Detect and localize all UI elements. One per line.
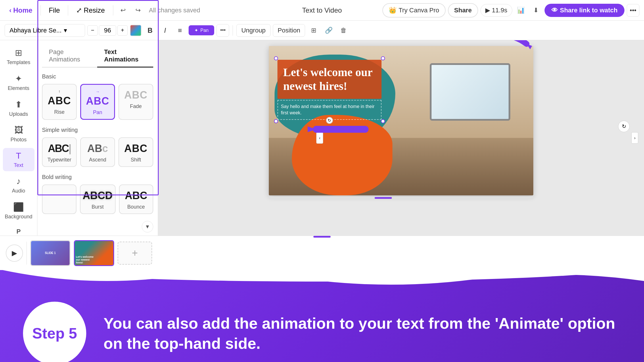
animation-pan[interactable]: → ABC Pan [80, 84, 115, 120]
animation-burst[interactable]: ABCD Burst [80, 184, 116, 214]
thumb-2-bg: Let's welcomeour newesthires! [75, 241, 113, 265]
play-icon-large: ▶ [12, 249, 17, 257]
italic-button[interactable]: I [159, 24, 171, 37]
pattern-button[interactable]: ⊞ [307, 24, 320, 37]
text-selection-container[interactable]: Let's welcome our newest hires! Say hell… [276, 59, 383, 121]
sidebar-item-elements[interactable]: ✦ Elements [3, 71, 34, 94]
thumb-1-bg: SLIDE 1 [31, 241, 70, 265]
ungroup-button[interactable]: Ungroup [236, 24, 270, 37]
format-more-button[interactable]: ••• [216, 24, 229, 37]
share-link-button[interactable]: 👁 Share link to watch [545, 4, 625, 17]
scroll-thumb [375, 197, 392, 199]
share-button[interactable]: Share [448, 3, 478, 18]
bold-writing-title: Bold writing [42, 174, 153, 180]
play-button[interactable]: ▶ [6, 244, 23, 262]
simple-writing-title: Simple writing [42, 127, 153, 133]
main-headline: Let's welcome our newest hires! [283, 66, 376, 93]
download-button[interactable]: ⬇ [530, 4, 542, 17]
more-options-button[interactable]: ••• [627, 4, 639, 17]
pexels-icon: P [16, 228, 21, 235]
slide-thumb-1[interactable]: SLIDE 1 [30, 240, 70, 266]
resize-button[interactable]: ⤢ Resize [72, 4, 109, 17]
animation-typewriter[interactable]: ABC| Typewriter [42, 137, 77, 167]
align-button[interactable]: ≡ [174, 24, 186, 37]
animation-bounce[interactable]: ABC Bounce [119, 184, 154, 214]
sidebar-item-audio[interactable]: ♪ Audio [3, 174, 34, 197]
chevron-down-icon: ▾ [64, 27, 67, 34]
ascend-label: Ascend [89, 157, 106, 163]
fade-abc: ABC [124, 89, 147, 101]
shift-abc: ABC [124, 143, 147, 155]
simple-writing-grid: ABC| Typewriter ABc Ascend ABC Shift [42, 137, 153, 167]
text-color-swatch[interactable] [130, 25, 141, 36]
pan-abc: ABC [83, 95, 112, 107]
saved-status: All changes saved [149, 7, 380, 14]
home-button[interactable]: ‹ Home [5, 4, 37, 17]
basic-section-title: Basic [42, 73, 153, 80]
tab-text-animations[interactable]: Text Animations [97, 45, 153, 68]
top-toolbar: ‹ Home File ⤢ Resize ↩ ↪ All changes sav… [0, 0, 644, 21]
animation-tabs: Page Animations Text Animations [42, 45, 153, 68]
divider [68, 5, 68, 16]
animation-shift[interactable]: ABC Shift [118, 137, 153, 167]
tutorial-text: You can also add the animation to your t… [103, 313, 621, 353]
increase-font-button[interactable]: + [117, 25, 128, 36]
sidebar-item-templates[interactable]: ⊞ Templates [3, 45, 34, 68]
time-button[interactable]: ▶ 11.9s [480, 4, 512, 17]
thumb-2-text: Let's welcomeour newesthires! [76, 255, 93, 264]
animation-fade[interactable]: ABC Fade [118, 84, 153, 120]
sidebar-item-uploads[interactable]: ⬆ Uploads [3, 97, 34, 120]
handle-tr [381, 56, 385, 60]
decrease-font-button[interactable]: − [87, 25, 98, 36]
bounce-label: Bounce [127, 204, 145, 210]
uploads-icon: ⬆ [15, 99, 22, 109]
tab-page-animations[interactable]: Page Animations [42, 45, 97, 68]
text-icon: T [16, 151, 21, 161]
animation-burst-placeholder[interactable] [42, 184, 76, 214]
divider [113, 5, 113, 16]
font-selector[interactable]: Abhaya Libre Se... ▾ [5, 24, 85, 37]
link-button[interactable]: 🔗 [322, 24, 335, 37]
typewriter-label: Typewriter [47, 157, 71, 163]
main-text-box[interactable]: Let's welcome our newest hires! [277, 60, 382, 99]
handle-bl [274, 119, 278, 123]
arrow-left-decoration [308, 115, 371, 145]
scroll-track[interactable] [269, 197, 533, 199]
sidebar-item-text[interactable]: T Text [3, 148, 34, 171]
wave-decoration [0, 270, 644, 287]
animate-button[interactable]: ✦ Pan [189, 25, 214, 35]
delete-button[interactable]: 🗑 [337, 24, 350, 37]
templates-icon: ⊞ [15, 48, 22, 58]
expand-right-button[interactable]: › [631, 132, 638, 144]
try-canva-button[interactable]: 👑 Try Canva Pro [382, 3, 446, 18]
rise-abc: ABC [45, 95, 74, 107]
redo-button[interactable]: ↪ [132, 4, 144, 17]
bold-writing-grid: ABCD Burst ABC Bounce [42, 184, 153, 214]
file-button[interactable]: File [44, 4, 65, 17]
sidebar-item-background[interactable]: ⬛ Background [3, 199, 34, 223]
shift-label: Shift [131, 157, 141, 163]
refresh-button[interactable]: ↻ [618, 121, 630, 132]
undo-button[interactable]: ↩ [117, 4, 129, 17]
divider [26, 242, 27, 265]
step-label: Step 5 [32, 325, 77, 342]
animation-rise[interactable]: ↑ ABC Rise [42, 84, 77, 120]
animate-icon: ✦ [194, 28, 198, 33]
slide-thumb-2[interactable]: Let's welcomeour newesthires! [74, 240, 114, 266]
animation-panel: Page Animations Text Animations Basic ↑ … [37, 40, 158, 236]
sidebar-item-photos[interactable]: 🖼 Photos [3, 122, 34, 146]
thumb-1-content: SLIDE 1 [44, 250, 57, 256]
font-size-value[interactable]: 96 [99, 25, 116, 36]
handle-br [381, 119, 385, 123]
bold-button[interactable]: B [144, 24, 156, 37]
scroll-down-button[interactable]: ▼ [142, 221, 153, 232]
bounce-abc: ABC [125, 190, 147, 202]
divider [233, 25, 233, 36]
format-toolbar: Abhaya Libre Se... ▾ − 96 + B I ≡ ✦ Pan … [0, 21, 644, 40]
background-icon: ⬛ [13, 202, 24, 212]
laptop-screen [432, 65, 509, 119]
chart-icon-button[interactable]: 📊 [515, 4, 527, 17]
add-slide-button[interactable]: + [118, 242, 152, 265]
animation-ascend[interactable]: ABc Ascend [80, 137, 115, 167]
position-button[interactable]: Position [273, 24, 305, 37]
